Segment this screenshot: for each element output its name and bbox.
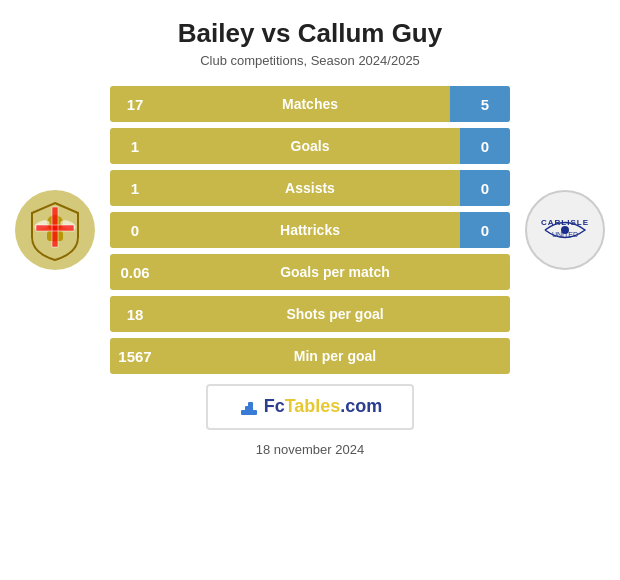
- stat-label: Goals: [160, 138, 460, 154]
- carlisle-badge: CARLISLE UNITED: [530, 195, 600, 265]
- stat-row: 1567Min per goal: [110, 338, 510, 374]
- stat-left-value: 1567: [110, 348, 160, 365]
- stat-label: Matches: [160, 96, 460, 112]
- stat-left-value: 1: [110, 180, 160, 197]
- stat-left-value: 1: [110, 138, 160, 155]
- stat-label: Shots per goal: [160, 306, 510, 322]
- stat-left-value: 17: [110, 96, 160, 113]
- page: Bailey vs Callum Guy Club competitions, …: [0, 0, 620, 580]
- svg-rect-7: [36, 225, 74, 231]
- svg-rect-17: [248, 402, 253, 407]
- team-right: CARLISLE UNITED: [510, 190, 620, 270]
- watermark-dot-com: .com: [340, 396, 382, 416]
- stat-left-value: 0.06: [110, 264, 160, 281]
- watermark-text: FcTables.com: [238, 396, 383, 418]
- doncaster-badge: [20, 195, 90, 265]
- header: Bailey vs Callum Guy Club competitions, …: [0, 0, 620, 74]
- team-badge-left: [15, 190, 95, 270]
- stats-section: 17Matches51Goals01Assists00Hattricks00.0…: [110, 86, 510, 374]
- stat-right-value: 0: [460, 138, 510, 155]
- date-footer: 18 november 2024: [256, 442, 364, 457]
- svg-point-13: [561, 226, 569, 234]
- watermark-box: FcTables.com: [206, 384, 415, 430]
- stat-label: Goals per match: [160, 264, 510, 280]
- stat-label: Hattricks: [160, 222, 460, 238]
- stat-left-value: 0: [110, 222, 160, 239]
- team-badge-right: CARLISLE UNITED: [525, 190, 605, 270]
- team-left: [0, 190, 110, 270]
- page-title: Bailey vs Callum Guy: [0, 18, 620, 49]
- watermark-row: FcTables.com: [206, 384, 415, 430]
- stat-label: Min per goal: [160, 348, 510, 364]
- watermark-icon: [238, 396, 260, 418]
- stat-right-value: 0: [460, 180, 510, 197]
- stat-label: Assists: [160, 180, 460, 196]
- stat-right-value: 5: [460, 96, 510, 113]
- stat-row: 0Hattricks0: [110, 212, 510, 248]
- stat-row: 17Matches5: [110, 86, 510, 122]
- page-subtitle: Club competitions, Season 2024/2025: [0, 53, 620, 68]
- stat-row: 18Shots per goal: [110, 296, 510, 332]
- stat-row: 1Assists0: [110, 170, 510, 206]
- stat-left-value: 18: [110, 306, 160, 323]
- stat-row: 1Goals0: [110, 128, 510, 164]
- main-content: 17Matches51Goals01Assists00Hattricks00.0…: [0, 86, 620, 374]
- watermark-fc: Fc: [264, 396, 285, 416]
- stat-right-value: 0: [460, 222, 510, 239]
- watermark-tables: Tables: [285, 396, 341, 416]
- stat-row: 0.06Goals per match: [110, 254, 510, 290]
